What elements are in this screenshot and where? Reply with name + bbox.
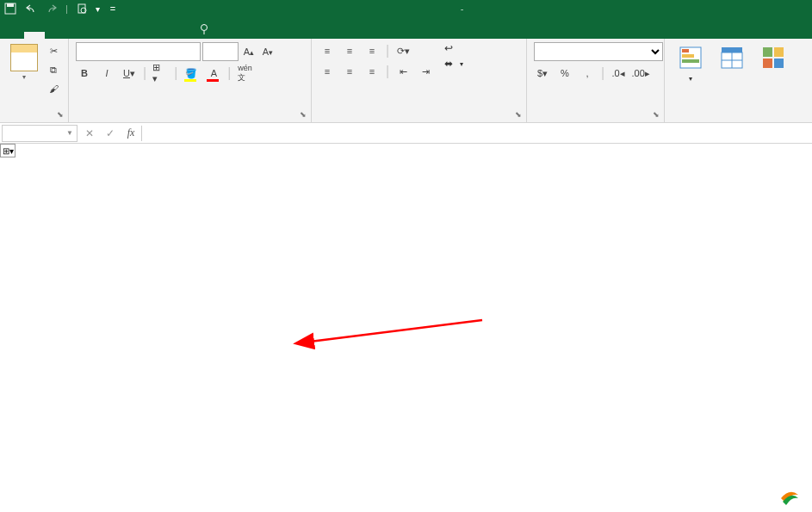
svg-rect-15 <box>774 47 784 57</box>
merge-icon: ⬌ <box>444 58 453 70</box>
font-group-label <box>76 115 304 119</box>
align-left-icon[interactable]: ≡ <box>319 63 336 80</box>
cell-styles-icon <box>759 44 787 71</box>
wrap-icon: ↩ <box>444 42 453 54</box>
svg-rect-9 <box>682 59 699 63</box>
accept-formula-icon[interactable]: ✓ <box>100 125 121 142</box>
cancel-formula-icon[interactable]: ✕ <box>79 125 100 142</box>
styles-group-label <box>672 115 805 119</box>
tab-formulas[interactable] <box>86 32 107 39</box>
orientation-icon[interactable]: ⟳▾ <box>394 42 412 59</box>
increase-font-icon[interactable]: A▴ <box>240 43 257 60</box>
paste-icon <box>10 44 38 71</box>
conditional-formatting-button[interactable]: ▾ <box>672 42 710 84</box>
watermark <box>779 486 803 507</box>
save-icon[interactable] <box>3 2 17 15</box>
tab-file[interactable] <box>3 32 24 39</box>
cell-styles-button[interactable] <box>754 42 792 75</box>
italic-button[interactable]: I <box>98 65 115 82</box>
decrease-decimal-icon[interactable]: .00▸ <box>632 65 649 82</box>
spreadsheet-grid[interactable]: ⊞▾ <box>0 144 812 512</box>
clipboard-launcher-icon[interactable]: ⬊ <box>54 108 66 120</box>
name-box[interactable]: ▼ <box>2 125 77 142</box>
tab-review[interactable] <box>127 32 148 39</box>
conditional-formatting-icon <box>677 44 704 71</box>
underline-button[interactable]: U ▾ <box>121 65 138 82</box>
number-launcher-icon[interactable]: ⬊ <box>650 108 662 120</box>
alignment-launcher-icon[interactable]: ⬊ <box>512 108 524 120</box>
align-top-icon[interactable]: ≡ <box>319 42 336 59</box>
tell-me-search[interactable] <box>189 20 224 39</box>
comma-format-icon[interactable]: , <box>579 65 596 82</box>
percent-format-icon[interactable]: % <box>556 65 573 82</box>
decrease-font-icon[interactable]: A▾ <box>259 43 276 60</box>
svg-rect-7 <box>682 49 689 52</box>
svg-rect-8 <box>682 54 694 58</box>
increase-decimal-icon[interactable]: .0◂ <box>610 65 627 82</box>
phonetic-button[interactable]: wén文 <box>236 65 253 82</box>
number-format-select[interactable] <box>534 42 663 61</box>
font-color-button[interactable]: A <box>205 65 222 82</box>
ribbon-tabs <box>0 17 812 39</box>
ribbon: ▾ ✂ ⧉ 🖌 ⬊ A▴ A▾ B I U ▾ | ⊞ ▾ <box>0 39 812 123</box>
tab-data[interactable] <box>107 32 127 39</box>
svg-rect-14 <box>763 47 772 57</box>
font-size-select[interactable] <box>202 42 239 61</box>
svg-line-19 <box>310 320 482 342</box>
tab-view[interactable] <box>148 32 169 39</box>
formula-bar: ▼ ✕ ✓ fx <box>0 123 812 144</box>
decrease-indent-icon[interactable]: ⇤ <box>394 63 412 80</box>
font-launcher-icon[interactable]: ⬊ <box>297 108 309 120</box>
chevron-down-icon[interactable]: ▼ <box>66 129 73 137</box>
formula-input[interactable] <box>142 125 812 142</box>
svg-rect-17 <box>774 59 784 68</box>
undo-icon[interactable] <box>24 2 38 15</box>
format-as-table-icon <box>718 44 746 71</box>
align-right-icon[interactable]: ≡ <box>363 63 381 80</box>
alignment-group-label <box>319 115 519 119</box>
svg-point-4 <box>201 25 208 31</box>
font-name-select[interactable] <box>76 42 201 61</box>
bold-button[interactable]: B <box>76 65 93 82</box>
wrap-text-button[interactable]: ↩ <box>444 42 463 54</box>
border-button[interactable]: ⊞ ▾ <box>152 65 169 82</box>
format-as-table-button[interactable] <box>713 42 751 75</box>
merge-center-button[interactable]: ⬌▾ <box>444 58 463 70</box>
fill-color-button[interactable]: 🪣 <box>183 65 200 82</box>
insert-function-icon[interactable]: fx <box>121 125 141 142</box>
clipboard-group-label <box>7 115 61 119</box>
autofill-options-button[interactable]: ⊞▾ <box>0 144 15 157</box>
paste-button[interactable]: ▾ <box>7 42 41 83</box>
align-center-icon[interactable]: ≡ <box>341 63 358 80</box>
tab-pagelayout[interactable] <box>65 32 86 39</box>
format-painter-icon[interactable]: 🖌 <box>45 80 62 97</box>
cut-icon[interactable]: ✂ <box>45 42 62 59</box>
tab-home[interactable] <box>24 32 45 39</box>
title-bar: | ▾ = - <box>0 0 812 17</box>
print-preview-icon[interactable] <box>75 2 89 15</box>
accounting-format-icon[interactable]: $▾ <box>534 65 551 82</box>
tab-help[interactable] <box>169 32 189 39</box>
number-group-label <box>534 115 657 119</box>
svg-rect-16 <box>763 59 772 68</box>
align-middle-icon[interactable]: ≡ <box>341 42 358 59</box>
increase-indent-icon[interactable]: ⇥ <box>417 63 434 80</box>
redo-icon[interactable] <box>45 2 59 15</box>
align-bottom-icon[interactable]: ≡ <box>363 42 381 59</box>
copy-icon[interactable]: ⧉ <box>45 61 62 78</box>
tab-insert[interactable] <box>45 32 65 39</box>
svg-rect-1 <box>7 3 14 7</box>
